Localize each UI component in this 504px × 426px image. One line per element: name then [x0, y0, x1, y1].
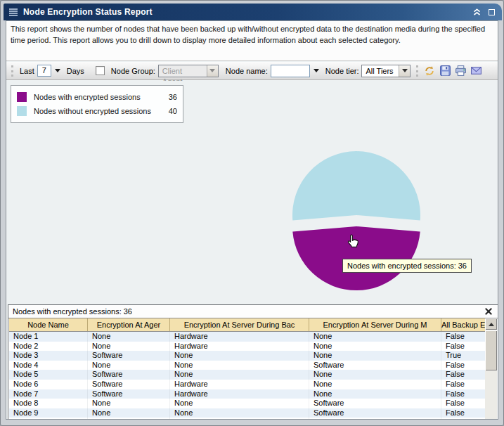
table-cell: False: [441, 370, 486, 380]
table-cell: Software: [88, 380, 170, 389]
envelope-icon: [470, 65, 482, 77]
table-cell: None: [88, 418, 170, 420]
table-cell: False: [441, 332, 486, 342]
table-row[interactable]: Node 9NoneNoneSoftwareFalse: [9, 408, 486, 418]
filter-toolbar: Last 7 Days Node Group: Client Agent Nod…: [6, 62, 498, 80]
table-cell: None: [88, 399, 170, 408]
double-chevron-up-icon: [472, 8, 482, 16]
legend: Nodes with encrypted sessions36Nodes wit…: [11, 85, 183, 123]
node-name-dropdown-arrow-icon[interactable]: [314, 69, 319, 72]
print-button[interactable]: [453, 64, 467, 78]
table-header-row: Node NameEncryption At AgerEncryption At…: [9, 318, 486, 332]
table-cell: False: [441, 408, 486, 418]
table-row[interactable]: Node 5SoftwareNoneNoneFalse: [9, 370, 486, 380]
legend-swatch: [17, 106, 27, 116]
node-tier-dropdown-button[interactable]: [399, 65, 410, 77]
chart-area: Nodes with encrypted sessions36Nodes wit…: [6, 81, 498, 419]
report-content: This report shows the number of nodes th…: [6, 20, 498, 420]
table-body: Node 1NoneHardwareNoneFalseNode 2NoneHar…: [9, 332, 486, 420]
table-cell: None: [309, 389, 441, 399]
table-cell: None: [170, 361, 309, 370]
table-cell: Hardware: [170, 332, 309, 342]
collapse-button[interactable]: [472, 8, 482, 16]
vertical-scrollbar[interactable]: [485, 318, 497, 420]
chart-tooltip: Nodes with encrypted sessions: 36: [342, 259, 472, 273]
chevron-down-icon: [402, 69, 408, 72]
table-cell: None: [170, 370, 309, 380]
chevron-down-icon: [209, 69, 215, 72]
table-row[interactable]: Node 3SoftwareNoneNoneTrue: [9, 351, 486, 361]
table-cell: None: [309, 332, 441, 342]
table-cell: None: [88, 342, 170, 351]
table-cell: False: [441, 399, 486, 408]
column-header[interactable]: Encryption At Server During Bac: [170, 318, 309, 331]
toolbar-grip-icon[interactable]: [11, 65, 13, 77]
vertical-scroll-thumb[interactable]: [485, 330, 497, 370]
save-button[interactable]: [438, 64, 452, 78]
legend-label: Nodes with encrypted sessions: [34, 93, 160, 101]
window-title: Node Encryption Status Report: [23, 7, 467, 17]
node-tier-select[interactable]: All Tiers: [361, 65, 411, 77]
table-cell: Software: [88, 351, 170, 361]
legend-item: Nodes with encrypted sessions36: [17, 90, 177, 104]
table-row[interactable]: Node 6SoftwareHardwareNoneFalse: [9, 380, 486, 389]
node-name-input[interactable]: [271, 65, 310, 77]
table-cell: Node 6: [9, 380, 88, 389]
pie-chart: [282, 146, 437, 300]
column-header[interactable]: Encryption At Server During M: [309, 318, 441, 331]
close-icon[interactable]: [484, 306, 493, 316]
table-cell: Node 3: [9, 351, 88, 361]
table-cell: None: [170, 399, 309, 408]
table-cell: None: [88, 332, 170, 342]
table-cell: Node 4: [9, 361, 88, 370]
table-cell: Node 2: [9, 342, 88, 351]
table-cell: None: [309, 380, 441, 389]
table-cell: None: [170, 408, 309, 418]
legend-label: Nodes without encrypted sessions: [34, 107, 160, 115]
email-button[interactable]: [469, 64, 483, 78]
table-cell: None: [309, 370, 441, 380]
period-dropdown-arrow-icon[interactable]: [55, 69, 60, 72]
table-row[interactable]: Node 7SoftwareHardwareNoneFalse: [9, 389, 486, 399]
drilldown-title: Nodes with encrypted sessions: 36: [13, 307, 484, 316]
legend-swatch: [17, 92, 27, 102]
toolbar-separator: [416, 65, 418, 77]
table-cell: Node 7: [9, 389, 88, 399]
table-row[interactable]: Node 8NoneNoneSoftwareFalse: [9, 399, 486, 408]
scroll-up-button[interactable]: [485, 318, 497, 330]
drag-grip-icon[interactable]: [9, 8, 18, 16]
table-cell: False: [441, 389, 486, 399]
table-cell: Hardware: [170, 342, 309, 351]
node-group-dropdown-button[interactable]: [207, 65, 218, 77]
square-icon: [489, 9, 495, 15]
period-value-box[interactable]: 7: [37, 65, 51, 77]
refresh-button[interactable]: [422, 64, 437, 78]
pie-slice-without-encrypted[interactable]: [292, 151, 420, 220]
column-header[interactable]: Node Name: [9, 318, 88, 331]
table-row[interactable]: Node 2NoneHardwareNoneFalse: [9, 342, 486, 351]
table-cell: None: [309, 342, 441, 351]
table-cell: None: [170, 418, 309, 420]
table-cell: Node 5: [9, 370, 88, 380]
maximize-button[interactable]: [486, 8, 496, 16]
table-cell: Node 9: [9, 408, 88, 418]
node-group-checkbox[interactable]: [96, 66, 105, 75]
table-cell: None: [170, 351, 309, 361]
table-cell: Software: [88, 370, 170, 380]
table-row[interactable]: Node 10NoneNoneSoftwareFalse: [9, 418, 486, 420]
column-header[interactable]: Encryption At Ager: [88, 318, 170, 331]
column-header[interactable]: All Backup En: [441, 318, 486, 331]
table-cell: False: [441, 418, 486, 420]
table-cell: False: [441, 361, 486, 370]
table-row[interactable]: Node 4NoneNoneSoftwareFalse: [9, 361, 486, 370]
table-cell: None: [88, 361, 170, 370]
table-cell: False: [441, 342, 486, 351]
table-row[interactable]: Node 1NoneHardwareNoneFalse: [9, 332, 486, 342]
legend-value: 36: [160, 93, 177, 101]
node-group-select[interactable]: Client Agent: [158, 65, 219, 77]
drilldown-panel: Nodes with encrypted sessions: 36 Node N…: [8, 304, 498, 420]
node-group-value: Client Agent: [159, 65, 207, 77]
table-cell: None: [309, 351, 441, 361]
table-cell: Software: [309, 418, 441, 420]
report-description: This report shows the number of nodes th…: [6, 21, 498, 61]
